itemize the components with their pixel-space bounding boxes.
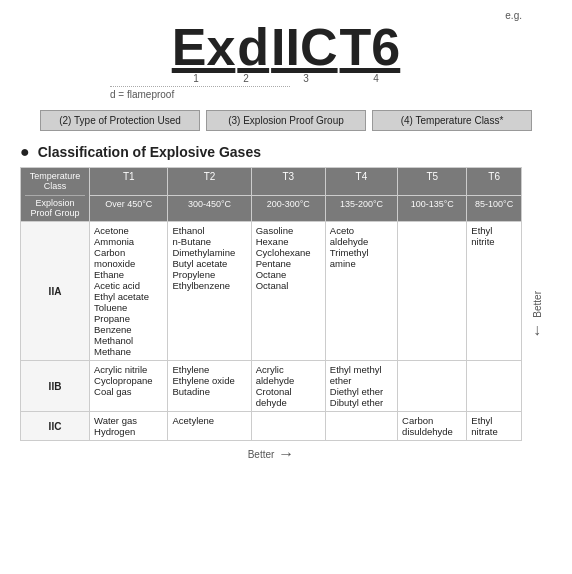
col-subheader-t1: Over 450°C — [90, 195, 168, 221]
col-header-t3: T3 — [251, 168, 325, 196]
better-right-label: Better — [532, 291, 543, 318]
cell-iic-t1: Water gas Hydrogen — [90, 412, 168, 441]
table-row-iic: IIC Water gas Hydrogen Acetylene Carbon … — [21, 412, 522, 441]
cell-iib-t2: Ethylene Ethylene oxide Butadine — [168, 361, 251, 412]
col-header-t2: T2 — [168, 168, 251, 196]
temp-class-header: TemperatureClass — [25, 171, 85, 191]
ex-char-ex: Ex — [172, 21, 236, 73]
cell-iic-t3 — [251, 412, 325, 441]
col-subheader-t4: 135-200°C — [325, 195, 397, 221]
cell-iic-t5: Carbon disuldehyde — [398, 412, 467, 441]
cell-iib-t6 — [467, 361, 522, 412]
col-header-t1: T1 — [90, 168, 168, 196]
cell-iia-t5 — [398, 222, 467, 361]
table-wrapper: TemperatureClass ExplosionProof Group T1… — [20, 167, 522, 463]
classification-header: ● Classification of Explosive Gases — [20, 143, 552, 161]
col-subheader-t6: 85-100°C — [467, 195, 522, 221]
cell-iib-t1: Acrylic nitrile Cyclopropane Coal gas — [90, 361, 168, 412]
num-4: 4 — [346, 73, 406, 84]
bullet-point: ● — [20, 143, 30, 161]
num-1: 1 — [166, 73, 226, 84]
cell-iia-t2: Ethanol n-Butane Dimethylamine Butyl ace… — [168, 222, 251, 361]
bracket-protection: (2) Type of Protection Used — [40, 110, 200, 131]
cell-iic-t2: Acetylene — [168, 412, 251, 441]
table-row-iib: IIB Acrylic nitrile Cyclopropane Coal ga… — [21, 361, 522, 412]
cell-iia-t4: Aceto aldehyde Trimethyl amine — [325, 222, 397, 361]
classification-title: Classification of Explosive Gases — [38, 144, 261, 160]
group-iic: IIC — [21, 412, 90, 441]
ex-char-d: d — [237, 21, 269, 73]
ex-diagram: e.g. Ex d IIC T6 1 2 3 4 d = flameproof — [20, 10, 552, 100]
better-bottom: Better → — [20, 445, 522, 463]
col-header-t6: T6 — [467, 168, 522, 196]
cell-iib-t3: Acrylic aldehyde Crotonal dehyde — [251, 361, 325, 412]
bracket-explosion: (3) Explosion Proof Group — [206, 110, 366, 131]
ex-char-iic: IIC — [271, 21, 337, 73]
explosion-group-header: ExplosionProof Group — [25, 195, 85, 218]
col-subheader-t5: 100-135°C — [398, 195, 467, 221]
down-arrow-icon: ↓ — [533, 321, 541, 339]
group-iib: IIB — [21, 361, 90, 412]
cell-iic-t6: Ethyl nitrate — [467, 412, 522, 441]
col-subheader-t2: 300-450°C — [168, 195, 251, 221]
col-header-t4: T4 — [325, 168, 397, 196]
col-header-t5: T5 — [398, 168, 467, 196]
better-bottom-label: Better — [248, 449, 275, 460]
ex-char-t6: T6 — [340, 21, 401, 73]
cell-iic-t4 — [325, 412, 397, 441]
cell-iib-t5 — [398, 361, 467, 412]
cell-iib-t4: Ethyl methyl ether Diethyl ether Dibutyl… — [325, 361, 397, 412]
better-right-wrapper: Better ↓ — [522, 167, 552, 463]
table-row-iia: IIA Acetone Ammonia Carbon monoxide Etha… — [21, 222, 522, 361]
bracket-temperature: (4) Temperature Class* — [372, 110, 532, 131]
cell-iia-t6: Ethyl nitrite — [467, 222, 522, 361]
num-3: 3 — [266, 73, 346, 84]
gas-table: TemperatureClass ExplosionProof Group T1… — [20, 167, 522, 441]
cell-iia-t1: Acetone Ammonia Carbon monoxide Ethane A… — [90, 222, 168, 361]
cell-iia-t3: Gasoline Hexane Cyclohexane Pentane Octa… — [251, 222, 325, 361]
right-arrow-icon: → — [278, 445, 294, 463]
col-subheader-t3: 200-300°C — [251, 195, 325, 221]
bracket-labels: (2) Type of Protection Used (3) Explosio… — [20, 110, 552, 131]
group-iia: IIA — [21, 222, 90, 361]
table-outer: TemperatureClass ExplosionProof Group T1… — [20, 167, 552, 463]
d-label: d = flameproof — [110, 86, 290, 100]
num-2: 2 — [226, 73, 266, 84]
